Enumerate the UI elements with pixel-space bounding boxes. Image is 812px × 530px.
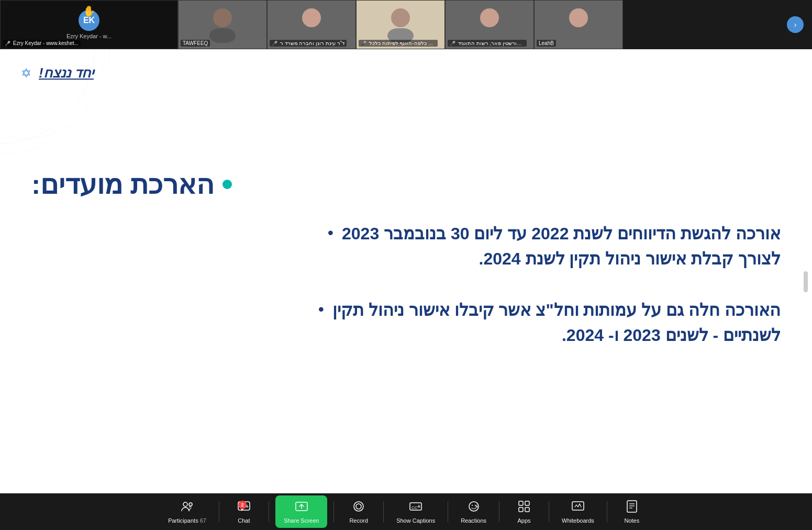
logo-text: יחד ננצח! xyxy=(39,65,94,81)
separator-5 xyxy=(448,501,448,522)
slide-bullet-2: • האורכה חלה גם על עמותות וחל"צ אשר קיבל… xyxy=(31,297,781,348)
reactions-caret: ▲ xyxy=(474,503,480,509)
record-label: Record xyxy=(349,517,368,524)
separator-8 xyxy=(607,501,607,522)
svg-rect-29 xyxy=(519,501,523,505)
share-screen-label: Share Screen xyxy=(284,517,319,524)
svg-rect-32 xyxy=(525,507,529,512)
svg-point-0 xyxy=(213,8,232,27)
participant-label-ezry: 🎤 Ezry Keydar - www.keshet... xyxy=(3,40,81,47)
participants-caret: ▲ xyxy=(188,503,193,509)
notes-label: Notes xyxy=(624,517,639,524)
notes-icon xyxy=(625,500,639,516)
svg-point-27 xyxy=(472,505,473,506)
svg-point-6 xyxy=(480,8,499,27)
reactions-button[interactable]: ▲ Reactions xyxy=(454,496,493,527)
whiteboards-icon xyxy=(571,500,585,516)
separator-4 xyxy=(383,501,384,522)
svg-rect-9 xyxy=(565,28,592,43)
svg-point-8 xyxy=(569,8,588,27)
bullet-marker-2: • xyxy=(318,300,324,319)
whiteboards-button[interactable]: Whiteboards xyxy=(555,496,600,527)
show-captions-button[interactable]: CC ▲ Show Captions xyxy=(390,496,441,527)
star-of-david-icon: ✡ xyxy=(21,66,31,81)
svg-rect-1 xyxy=(209,28,236,43)
separator-2 xyxy=(269,501,269,522)
participant-label-tawfeeq: TAWFEEQ xyxy=(181,40,210,47)
svg-rect-33 xyxy=(572,502,584,510)
chat-label: Chat xyxy=(238,517,250,524)
chat-button[interactable]: 2 ▲ Chat xyxy=(226,496,262,527)
participants-next-arrow[interactable]: › xyxy=(787,16,804,33)
participants-button[interactable]: ▲ Participants 67 xyxy=(162,496,213,527)
bottom-toolbar: ▲ Participants 67 2 ▲ Chat Share Screen xyxy=(0,493,812,530)
notes-button[interactable]: Notes xyxy=(614,496,650,527)
mic-muted-icon-tzipi: 🎤 xyxy=(450,41,455,46)
record-button[interactable]: Record xyxy=(340,496,377,527)
mic-muted-icon: 🎤 xyxy=(5,41,10,46)
logo-area: ✡ יחד ננצח! xyxy=(21,65,94,81)
slide-area: ✡ יחד ננצח! הארכת מועדים: • אורכה להגשת … xyxy=(0,49,812,493)
whiteboards-label: Whiteboards xyxy=(562,517,594,524)
share-screen-icon xyxy=(295,500,308,516)
apps-label: Apps xyxy=(518,517,531,524)
resize-handle[interactable] xyxy=(804,271,808,292)
participant-label-elior: 🎤 אליאור כלפה-האגף לפיתוח כלכל... xyxy=(359,40,438,47)
svg-point-18 xyxy=(183,502,187,506)
teal-dot-icon xyxy=(223,180,232,189)
svg-point-17 xyxy=(0,49,120,149)
participants-icon: ▲ xyxy=(181,500,194,516)
share-screen-button[interactable]: Share Screen xyxy=(275,495,327,528)
apps-button[interactable]: Apps xyxy=(506,496,542,527)
mic-muted-icon-elior: 🎤 xyxy=(361,41,366,46)
svg-point-23 xyxy=(356,504,361,509)
chat-caret: ▲ xyxy=(244,503,250,509)
bullet-marker-1: • xyxy=(328,223,333,242)
participant-tile-tawfeeq[interactable]: TAWFEEQ xyxy=(178,0,267,49)
participants-bar: ✋ EK Ezry Keydar - w... 🎤 Ezry Keydar - … xyxy=(0,0,812,49)
participants-label: Participants xyxy=(168,517,198,524)
chat-icon: 2 ▲ xyxy=(237,500,251,516)
svg-point-22 xyxy=(354,502,363,511)
svg-point-10 xyxy=(0,49,94,143)
participant-tile-tzipi[interactable]: 🎤 ציפי בורשטין פאר, רשות התאגיד xyxy=(445,0,534,49)
participant-label-leahb: LeahB xyxy=(537,40,556,47)
participant-tile-einat[interactable]: 🎤 ד"ר עינת רונן וחברה משרד ר xyxy=(267,0,356,49)
separator-6 xyxy=(499,501,499,522)
reactions-icon: ▲ xyxy=(467,500,481,516)
svg-point-4 xyxy=(391,8,410,27)
participant-tile-ezry[interactable]: ✋ EK Ezry Keydar - w... 🎤 Ezry Keydar - … xyxy=(0,0,178,49)
bullet-text-1: אורכה להגשת הדיווחים לשנת 2022 עד ליום 3… xyxy=(342,221,781,271)
participant-tile-elior[interactable]: 🎤 אליאור כלפה-האגף לפיתוח כלכל... xyxy=(356,0,445,49)
separator-7 xyxy=(549,501,549,522)
svg-rect-34 xyxy=(627,501,637,512)
participant-name-ezry: Ezry Keydar - w... xyxy=(66,33,112,39)
participant-tile-leahb[interactable]: LeahB xyxy=(534,0,623,49)
participant-label-einat: 🎤 ד"ר עינת רונן וחברה משרד ר xyxy=(270,40,347,47)
reactions-label: Reactions xyxy=(461,517,486,524)
hand-raise-icon: ✋ xyxy=(83,5,96,17)
record-icon xyxy=(352,500,365,516)
separator-1 xyxy=(219,501,219,522)
svg-rect-31 xyxy=(519,507,523,512)
captions-icon: CC ▲ xyxy=(409,500,422,516)
apps-icon xyxy=(517,500,531,516)
mic-muted-icon-einat: 🎤 xyxy=(272,41,277,46)
svg-rect-30 xyxy=(525,501,529,505)
svg-point-2 xyxy=(302,8,321,27)
slide-background: ✡ יחד ננצח! הארכת מועדים: • אורכה להגשת … xyxy=(0,49,812,493)
participant-label-tzipi: 🎤 ציפי בורשטין פאר, רשות התאגיד xyxy=(448,40,527,47)
participants-count: 67 xyxy=(200,517,206,524)
bullet-text-2: האורכה חלה גם על עמותות וחל"צ אשר קיבלו … xyxy=(332,297,781,348)
separator-3 xyxy=(333,501,334,522)
captions-label: Show Captions xyxy=(396,517,435,524)
captions-caret: ▲ xyxy=(416,503,421,509)
